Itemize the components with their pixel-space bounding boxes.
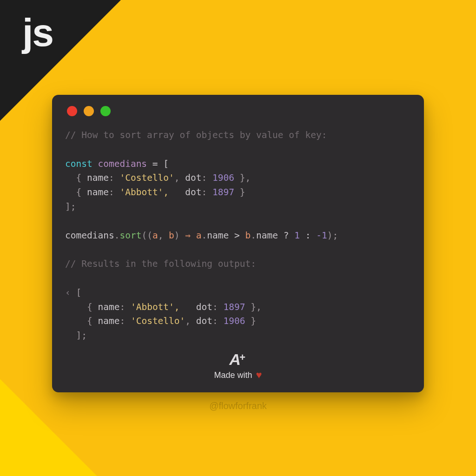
var-comedians: comedians xyxy=(65,230,114,241)
paren: ) xyxy=(174,230,185,241)
string-costello: 'Costello' xyxy=(119,172,174,183)
brace-open: { xyxy=(65,316,98,326)
dot: . xyxy=(251,230,256,241)
a: a xyxy=(196,230,202,241)
maximize-icon[interactable] xyxy=(100,106,111,116)
bracket-open: [ xyxy=(76,287,81,298)
brace-close: }, xyxy=(245,302,262,312)
param-a: a xyxy=(152,230,158,241)
return-caret: ‹ xyxy=(65,287,76,298)
colon: : xyxy=(212,316,218,326)
colon: : xyxy=(109,172,114,183)
code-comment: // Results in the following output: xyxy=(65,258,256,269)
number-one: 1 xyxy=(294,230,300,241)
prop-dot: dot xyxy=(185,187,201,198)
colon: : xyxy=(202,172,207,183)
brace-close: } xyxy=(245,316,256,326)
colon: : xyxy=(119,302,125,312)
arrow-fn: ⇒ xyxy=(185,230,191,241)
number-1906: 1906 xyxy=(224,316,245,326)
prop-name: name xyxy=(87,172,109,183)
prop-name: name xyxy=(98,302,119,312)
prop-name: name xyxy=(87,187,109,198)
author-handle: @flowforfrank xyxy=(209,401,267,411)
number-neg1: -1 xyxy=(316,230,327,241)
array-close: ]; xyxy=(65,330,87,341)
colon: : xyxy=(119,316,125,326)
number-1906: 1906 xyxy=(212,172,234,183)
brace-open: { xyxy=(65,187,87,198)
code-comment: // How to sort array of objects by value… xyxy=(65,130,327,140)
footer-badge: A+ Made with ♥ xyxy=(214,351,262,381)
colon: : xyxy=(109,187,114,198)
array-close: ]; xyxy=(65,201,76,212)
b: b xyxy=(245,230,251,241)
string-costello: 'Costello' xyxy=(131,316,185,326)
code-block: // How to sort array of objects by value… xyxy=(65,128,411,343)
number-1897: 1897 xyxy=(212,187,234,198)
minimize-icon[interactable] xyxy=(84,106,94,116)
dot: . xyxy=(202,230,207,241)
string-abbott: 'Abbott', xyxy=(119,187,179,198)
prop-dot: dot xyxy=(185,172,201,183)
brace-close: } xyxy=(234,187,245,198)
equals-bracket: = [ xyxy=(147,159,169,169)
prop-dot: dot xyxy=(196,316,212,326)
prop-name: name xyxy=(98,316,119,326)
fn-sort: sort xyxy=(119,230,141,241)
number-1897: 1897 xyxy=(224,302,245,312)
ternary-colon: : xyxy=(300,230,316,241)
variable-name: comedians xyxy=(98,159,147,169)
aplus-logo: A+ xyxy=(214,351,262,367)
brace-open: { xyxy=(65,302,98,312)
made-with-text: Made with xyxy=(214,370,252,380)
comma: , xyxy=(174,172,185,183)
dot-operator: . xyxy=(114,230,120,241)
made-with-line: Made with ♥ xyxy=(214,369,262,381)
gt: > xyxy=(229,230,245,241)
ternary-q: ? xyxy=(278,230,294,241)
js-logo-text: js xyxy=(22,10,53,55)
prop-dot: dot xyxy=(196,302,212,312)
close-icon[interactable] xyxy=(67,106,77,116)
colon: : xyxy=(202,187,207,198)
brace-open: { xyxy=(65,172,87,183)
paren: (( xyxy=(141,230,152,241)
code-window: // How to sort array of objects by value… xyxy=(52,95,424,392)
brace-close: }, xyxy=(234,172,251,183)
prop-name: name xyxy=(256,230,278,241)
window-controls xyxy=(67,106,411,116)
aplus-plus: + xyxy=(239,351,245,363)
string-abbott: 'Abbott', xyxy=(131,302,191,312)
param-b: b xyxy=(169,230,174,241)
paren-end: ); xyxy=(327,230,338,241)
comma: , xyxy=(158,230,169,241)
keyword-const: const xyxy=(65,159,93,169)
colon: : xyxy=(212,302,218,312)
space xyxy=(191,230,196,241)
heart-icon: ♥ xyxy=(256,369,262,381)
prop-name: name xyxy=(207,230,229,241)
comma: , xyxy=(185,316,196,326)
